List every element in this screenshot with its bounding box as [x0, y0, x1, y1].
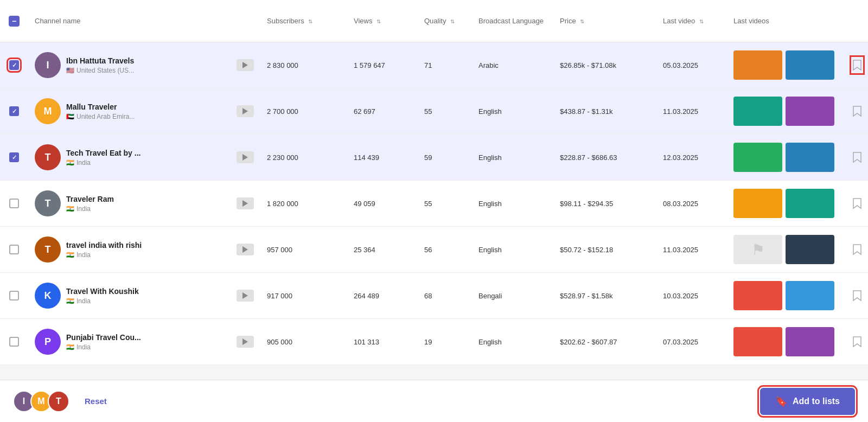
subscribers-cell: 2 830 000: [260, 61, 347, 69]
subscribers-cell: 1 820 000: [260, 200, 347, 208]
subscribers-header-label: Subscribers: [267, 17, 304, 25]
bookmark-icon[interactable]: [853, 59, 861, 72]
bookmark-cell: [846, 105, 868, 118]
row-checkbox[interactable]: [9, 245, 19, 254]
channel-info-cell: T Tech Travel Eat by ... 🇮🇳 India: [28, 139, 260, 176]
youtube-button[interactable]: [237, 290, 254, 302]
channel-text: Traveler Ram 🇮🇳 India: [66, 195, 114, 213]
bookmark-icon[interactable]: [853, 289, 861, 302]
row-checkbox[interactable]: [9, 199, 19, 208]
bookmark-cell: [846, 197, 868, 210]
channel-avatar: T: [35, 190, 61, 216]
header-subscribers[interactable]: Subscribers ⇅: [260, 17, 347, 25]
lastvideo-header-label: Last video: [663, 17, 695, 25]
bookmark-icon[interactable]: [853, 197, 861, 210]
row-checkbox[interactable]: [9, 106, 19, 116]
views-cell: 101 313: [347, 338, 418, 346]
price-cell: $26.85k - $71.08k: [553, 61, 656, 69]
bookmark-cell: [846, 151, 868, 164]
channel-info-cell: I Ibn Hattuta Travels 🇺🇸 United States (…: [28, 47, 260, 84]
views-cell: 264 489: [347, 292, 418, 300]
channel-info-cell: K Travel With Koushik 🇮🇳 India: [28, 277, 260, 314]
youtube-button[interactable]: [237, 59, 254, 71]
subscribers-sort-icon: ⇅: [308, 18, 312, 24]
youtube-button[interactable]: [237, 105, 254, 117]
channel-name: travel india with rishi: [66, 241, 142, 250]
row-checkbox[interactable]: [9, 291, 19, 300]
play-icon: [242, 62, 248, 68]
youtube-button[interactable]: [237, 336, 254, 348]
broadcast-cell: English: [472, 338, 553, 346]
quality-cell: 55: [418, 107, 472, 116]
quality-cell: 68: [418, 292, 472, 300]
quality-header-label: Quality: [424, 17, 446, 25]
header-price[interactable]: Price ⇅: [553, 17, 656, 25]
table-row: K Travel With Koushik 🇮🇳 India 917 000 2…: [0, 273, 868, 319]
price-cell: $202.62 - $607.87: [553, 338, 656, 346]
bookmark-cell: [846, 59, 868, 72]
price-cell: $438.87 - $1.31k: [553, 107, 656, 116]
quality-cell: 71: [418, 61, 472, 69]
bookmark-cell: [846, 335, 868, 348]
youtube-button[interactable]: [237, 244, 254, 255]
lastvideo-cell: 10.03.2025: [656, 292, 727, 300]
country-flag: 🇮🇳: [66, 343, 74, 351]
row-checkbox[interactable]: [9, 337, 19, 347]
lastvideo-cell: 12.03.2025: [656, 154, 727, 162]
price-cell: $528.97 - $1.58k: [553, 292, 656, 300]
channel-name: Tech Travel Eat by ...: [66, 149, 141, 157]
row-checkbox-wrap: [0, 337, 28, 347]
bookmark-icon[interactable]: [853, 105, 861, 118]
broadcast-cell: Arabic: [472, 61, 553, 69]
channel-name: Travel With Koushik: [66, 287, 139, 296]
views-sort-icon: ⇅: [376, 18, 381, 24]
bookmark-icon[interactable]: [853, 335, 861, 348]
lastvideo-cell: 07.03.2025: [656, 338, 727, 346]
row-checkbox[interactable]: [9, 152, 19, 162]
views-cell: 49 059: [347, 200, 418, 208]
play-icon: [242, 154, 248, 161]
youtube-button[interactable]: [237, 151, 254, 163]
header-broadcast: Broadcast Language: [472, 17, 553, 25]
views-header-label: Views: [354, 17, 372, 25]
channel-country: 🇮🇳 India: [66, 343, 141, 351]
lastvideos-header-label: Last videos: [733, 17, 769, 25]
views-cell: 25 364: [347, 246, 418, 254]
play-icon: [242, 246, 248, 253]
header-quality[interactable]: Quality ⇅: [418, 17, 472, 25]
channel-avatar: K: [35, 283, 61, 309]
price-cell: $50.72 - $152.18: [553, 246, 656, 254]
row-checkbox-wrap: [0, 152, 28, 162]
header-views[interactable]: Views ⇅: [347, 17, 418, 25]
quality-cell: 55: [418, 200, 472, 208]
channel-country: 🇮🇳 India: [66, 205, 114, 213]
header-lastvideo[interactable]: Last video ⇅: [656, 17, 727, 25]
table-row: T Traveler Ram 🇮🇳 India 1 820 000 49 059…: [0, 181, 868, 227]
lastvideo-cell: 08.03.2025: [656, 200, 727, 208]
row-checkbox[interactable]: [9, 60, 19, 70]
channel-text: travel india with rishi 🇮🇳 India: [66, 241, 142, 259]
table-row: P Punjabi Travel Cou... 🇮🇳 India 905 000…: [0, 319, 868, 365]
bookmark-cell: [846, 243, 868, 256]
header-check-col: [0, 16, 28, 27]
views-cell: 62 697: [347, 107, 418, 116]
deselect-all-button[interactable]: [9, 16, 20, 27]
subscribers-cell: 2 230 000: [260, 154, 347, 162]
channel-text: Mallu Traveler 🇦🇪 United Arab Emira...: [66, 103, 135, 120]
channel-info-cell: M Mallu Traveler 🇦🇪 United Arab Emira...: [28, 93, 260, 130]
youtube-button[interactable]: [237, 197, 254, 209]
quality-cell: 56: [418, 246, 472, 254]
channel-country: 🇺🇸 United States (US...: [66, 67, 134, 74]
row-checkbox-wrap: [0, 291, 28, 300]
lastvideo-sort-icon: ⇅: [699, 18, 704, 24]
broadcast-cell: English: [472, 246, 553, 254]
bookmark-icon[interactable]: [853, 151, 861, 164]
subscribers-cell: 957 000: [260, 246, 347, 254]
bookmark-icon[interactable]: [853, 243, 861, 256]
row-checkbox-wrap: [0, 60, 28, 70]
table-body: I Ibn Hattuta Travels 🇺🇸 United States (…: [0, 42, 868, 365]
channel-country: 🇮🇳 India: [66, 159, 141, 167]
table-row: M Mallu Traveler 🇦🇪 United Arab Emira...…: [0, 88, 868, 135]
table-row: T travel india with rishi 🇮🇳 India 957 0…: [0, 227, 868, 273]
lastvideo-cell: 05.03.2025: [656, 61, 727, 69]
